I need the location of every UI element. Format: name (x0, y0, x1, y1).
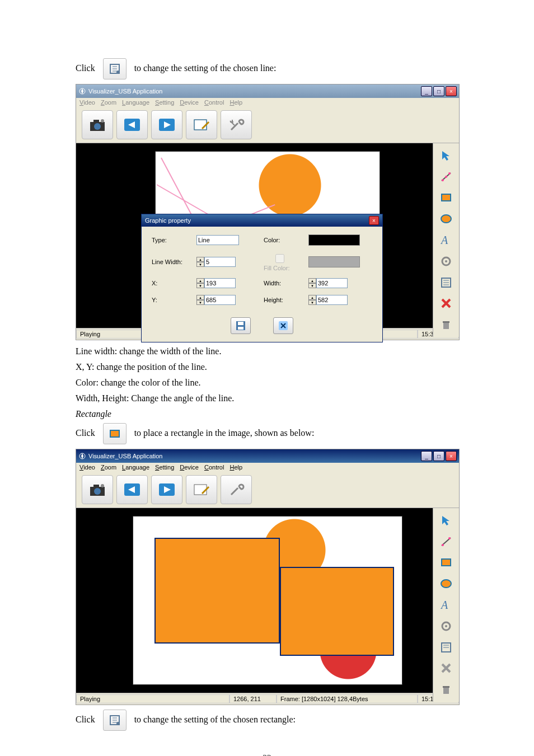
toolbar (76, 472, 459, 508)
spin-up[interactable]: ▲ (308, 278, 316, 283)
line-icon[interactable] (438, 534, 454, 550)
menu-help[interactable]: Help (229, 464, 242, 471)
maximize-button[interactable]: □ (433, 86, 444, 96)
linewidth-field[interactable] (204, 257, 236, 267)
text: Click (76, 715, 97, 724)
text: to change the setting of the chosen rect… (134, 715, 296, 724)
titlebar: Visualizer_USB Application _ □ × (76, 84, 459, 98)
svg-point-32 (445, 260, 447, 262)
properties-icon[interactable] (438, 640, 454, 655)
minimize-button[interactable]: _ (421, 451, 432, 461)
menu-control[interactable]: Control (204, 464, 224, 471)
text: to change the setting of the chosen line… (134, 63, 277, 73)
status-text: Playing (76, 694, 229, 703)
menu-zoom[interactable]: Zoom (101, 464, 116, 471)
status-frame: Frame: [1280x1024] 128,4Bytes (277, 694, 418, 703)
spin-down[interactable]: ▼ (196, 300, 204, 305)
svg-point-44 (94, 488, 101, 495)
dialog-close-button[interactable]: × (369, 216, 379, 225)
menu-video[interactable]: Video (79, 99, 95, 106)
svg-point-7 (94, 123, 101, 130)
tool-camera[interactable] (82, 475, 113, 504)
menu-device[interactable]: Device (180, 99, 199, 106)
menu-control[interactable]: Control (204, 99, 224, 106)
menu-setting[interactable]: Setting (155, 464, 174, 471)
y-field[interactable] (204, 295, 236, 305)
svg-point-27 (448, 172, 451, 175)
drawn-rectangle[interactable] (154, 538, 280, 644)
app-window: Visualizer_USB Application _ □ × Video Z… (76, 449, 460, 705)
trash-icon[interactable] (438, 682, 454, 697)
spin-up[interactable]: ▲ (196, 295, 204, 300)
spin-down[interactable]: ▼ (308, 283, 316, 288)
close-button[interactable]: × (446, 86, 457, 96)
type-field[interactable] (196, 235, 239, 245)
width-field[interactable] (316, 278, 348, 288)
ellipse-icon[interactable] (438, 211, 454, 227)
tool-annotate[interactable] (186, 475, 217, 504)
svg-rect-28 (442, 194, 451, 201)
svg-rect-39 (443, 322, 449, 329)
svg-rect-51 (194, 485, 207, 495)
x-field[interactable] (204, 278, 236, 288)
text-icon[interactable]: A (438, 232, 454, 248)
text-icon[interactable]: A (438, 597, 454, 613)
tool-tools[interactable] (221, 110, 252, 139)
spin-down[interactable]: ▼ (196, 262, 204, 267)
pointer-icon[interactable] (438, 148, 454, 163)
rectangle-tool-icon[interactable] (103, 423, 127, 444)
menu-zoom[interactable]: Zoom (101, 99, 116, 106)
rectangle-icon[interactable] (438, 190, 454, 206)
spin-down[interactable]: ▼ (308, 300, 316, 305)
drawn-rectangle[interactable] (280, 567, 394, 656)
menu-help[interactable]: Help (229, 99, 242, 106)
settings-icon[interactable] (103, 710, 127, 731)
settings-icon[interactable] (103, 58, 127, 79)
tool-prev[interactable] (116, 475, 148, 504)
tool-tools[interactable] (221, 475, 252, 504)
ellipse-icon[interactable] (438, 576, 454, 591)
svg-text:A: A (440, 234, 448, 246)
cancel-button[interactable] (273, 317, 293, 334)
sidebar: A (433, 143, 459, 337)
close-button[interactable]: × (446, 451, 457, 461)
tool-camera[interactable] (82, 110, 113, 139)
menubar: Video Zoom Language Setting Device Contr… (76, 98, 459, 107)
delete-icon[interactable] (438, 295, 454, 311)
color-swatch[interactable] (308, 234, 360, 246)
color-label: Color: (264, 237, 297, 243)
menu-device[interactable]: Device (180, 464, 199, 471)
pointer-icon[interactable] (438, 513, 454, 528)
delete-icon[interactable] (438, 660, 454, 676)
properties-icon[interactable] (438, 275, 454, 290)
tool-next[interactable] (151, 475, 182, 504)
gear-icon[interactable] (438, 618, 454, 634)
tool-annotate[interactable] (186, 110, 217, 139)
svg-point-25 (442, 179, 444, 181)
spin-up[interactable]: ▲ (308, 295, 316, 300)
spin-up[interactable]: ▲ (196, 257, 204, 262)
line-icon[interactable] (438, 169, 454, 185)
text: Line width: change the width of the line… (76, 345, 458, 358)
spin-up[interactable]: ▲ (196, 278, 204, 283)
save-button[interactable] (231, 317, 251, 334)
app-window: Visualizer_USB Application _ □ × Video Z… (76, 84, 460, 340)
minimize-button[interactable]: _ (421, 86, 432, 96)
tool-prev[interactable] (116, 110, 148, 139)
maximize-button[interactable]: □ (433, 451, 444, 461)
text: Click (76, 63, 97, 73)
gear-icon[interactable] (438, 253, 454, 269)
svg-rect-41 (110, 430, 119, 437)
trash-icon[interactable] (438, 317, 454, 332)
svg-point-57 (441, 580, 451, 588)
spin-down[interactable]: ▼ (196, 283, 204, 288)
svg-rect-19 (238, 327, 243, 330)
menu-video[interactable]: Video (79, 464, 95, 471)
tool-next[interactable] (151, 110, 182, 139)
rectangle-icon[interactable] (438, 555, 454, 571)
menu-language[interactable]: Language (122, 464, 149, 471)
svg-point-55 (448, 537, 451, 539)
menu-language[interactable]: Language (122, 99, 149, 106)
height-field[interactable] (316, 295, 348, 305)
menu-setting[interactable]: Setting (155, 99, 174, 106)
